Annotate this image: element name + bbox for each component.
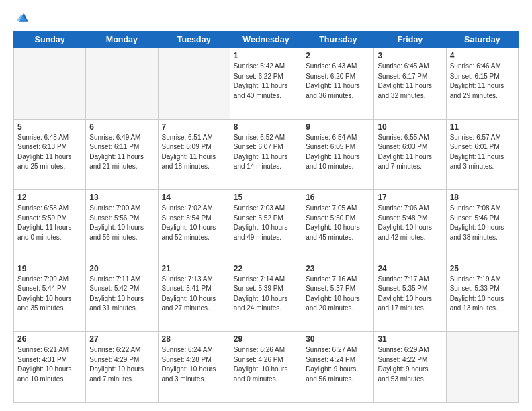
- cell-info: Sunrise: 6:48 AM Sunset: 6:13 PM Dayligh…: [17, 133, 82, 172]
- day-number: 17: [378, 193, 442, 202]
- calendar-cell: 31Sunrise: 6:29 AM Sunset: 4:22 PM Dayli…: [374, 332, 446, 403]
- cell-info: Sunrise: 7:03 AM Sunset: 5:52 PM Dayligh…: [234, 203, 298, 242]
- calendar-cell: 17Sunrise: 7:06 AM Sunset: 5:48 PM Dayli…: [374, 190, 446, 261]
- logo-icon: [15, 11, 28, 24]
- calendar-cell: 3Sunrise: 6:45 AM Sunset: 6:17 PM Daylig…: [374, 48, 446, 120]
- weekday-header-tuesday: Tuesday: [158, 32, 230, 48]
- cell-info: Sunrise: 7:14 AM Sunset: 5:39 PM Dayligh…: [234, 275, 298, 314]
- cell-info: Sunrise: 6:22 AM Sunset: 4:29 PM Dayligh…: [89, 345, 154, 384]
- day-number: 1: [234, 51, 298, 60]
- calendar-cell: 30Sunrise: 6:27 AM Sunset: 4:24 PM Dayli…: [302, 332, 374, 403]
- calendar-cell: 8Sunrise: 6:52 AM Sunset: 6:07 PM Daylig…: [230, 119, 302, 190]
- calendar-cell: 24Sunrise: 7:17 AM Sunset: 5:35 PM Dayli…: [374, 261, 446, 332]
- day-number: 9: [306, 122, 370, 132]
- weekday-header-saturday: Saturday: [446, 32, 518, 48]
- calendar-cell: 28Sunrise: 6:24 AM Sunset: 4:28 PM Dayli…: [158, 332, 230, 403]
- cell-info: Sunrise: 6:45 AM Sunset: 6:17 PM Dayligh…: [378, 62, 442, 101]
- day-number: 15: [234, 193, 298, 202]
- day-number: 22: [234, 264, 298, 273]
- cell-info: Sunrise: 6:52 AM Sunset: 6:07 PM Dayligh…: [234, 133, 298, 172]
- week-row-3: 12Sunrise: 6:58 AM Sunset: 5:59 PM Dayli…: [14, 190, 519, 261]
- cell-info: Sunrise: 6:24 AM Sunset: 4:28 PM Dayligh…: [162, 345, 226, 384]
- cell-info: Sunrise: 7:06 AM Sunset: 5:48 PM Dayligh…: [378, 203, 442, 242]
- week-row-4: 19Sunrise: 7:09 AM Sunset: 5:44 PM Dayli…: [14, 261, 519, 332]
- day-number: 10: [378, 122, 442, 132]
- calendar-cell: 7Sunrise: 6:51 AM Sunset: 6:09 PM Daylig…: [158, 119, 230, 190]
- weekday-header-monday: Monday: [86, 32, 158, 48]
- day-number: 24: [378, 264, 442, 273]
- cell-info: Sunrise: 6:26 AM Sunset: 4:26 PM Dayligh…: [234, 345, 298, 384]
- day-number: 29: [234, 334, 298, 344]
- calendar-cell: 25Sunrise: 7:19 AM Sunset: 5:33 PM Dayli…: [446, 261, 518, 332]
- weekday-header-thursday: Thursday: [302, 32, 374, 48]
- day-number: 11: [450, 122, 515, 132]
- cell-info: Sunrise: 7:09 AM Sunset: 5:44 PM Dayligh…: [17, 275, 82, 314]
- cell-info: Sunrise: 6:27 AM Sunset: 4:24 PM Dayligh…: [306, 345, 370, 384]
- cell-info: Sunrise: 7:05 AM Sunset: 5:50 PM Dayligh…: [306, 203, 370, 242]
- calendar-cell: 22Sunrise: 7:14 AM Sunset: 5:39 PM Dayli…: [230, 261, 302, 332]
- cell-info: Sunrise: 7:08 AM Sunset: 5:46 PM Dayligh…: [450, 203, 515, 242]
- calendar-cell: 1Sunrise: 6:42 AM Sunset: 6:22 PM Daylig…: [230, 48, 302, 120]
- calendar-cell: 18Sunrise: 7:08 AM Sunset: 5:46 PM Dayli…: [446, 190, 518, 261]
- day-number: 23: [306, 264, 370, 273]
- cell-info: Sunrise: 6:46 AM Sunset: 6:15 PM Dayligh…: [450, 62, 515, 101]
- cell-info: Sunrise: 7:00 AM Sunset: 5:56 PM Dayligh…: [89, 203, 154, 242]
- week-row-2: 5Sunrise: 6:48 AM Sunset: 6:13 PM Daylig…: [14, 119, 519, 190]
- cell-info: Sunrise: 6:42 AM Sunset: 6:22 PM Dayligh…: [234, 62, 298, 101]
- cell-info: Sunrise: 6:49 AM Sunset: 6:11 PM Dayligh…: [89, 133, 154, 172]
- calendar-cell: 9Sunrise: 6:54 AM Sunset: 6:05 PM Daylig…: [302, 119, 374, 190]
- weekday-header-friday: Friday: [374, 32, 446, 48]
- day-number: 13: [89, 193, 154, 202]
- cell-info: Sunrise: 6:21 AM Sunset: 4:31 PM Dayligh…: [17, 345, 82, 384]
- day-number: 18: [450, 193, 515, 202]
- calendar-cell: 19Sunrise: 7:09 AM Sunset: 5:44 PM Dayli…: [14, 261, 86, 332]
- day-number: 31: [378, 334, 442, 344]
- day-number: 28: [162, 334, 226, 344]
- cell-info: Sunrise: 7:11 AM Sunset: 5:42 PM Dayligh…: [89, 275, 154, 314]
- cell-info: Sunrise: 6:43 AM Sunset: 6:20 PM Dayligh…: [306, 62, 370, 101]
- header: [13, 11, 519, 24]
- calendar-cell: 4Sunrise: 6:46 AM Sunset: 6:15 PM Daylig…: [446, 48, 518, 120]
- calendar-cell: 11Sunrise: 6:57 AM Sunset: 6:01 PM Dayli…: [446, 119, 518, 190]
- day-number: 8: [234, 122, 298, 132]
- calendar-cell: 10Sunrise: 6:55 AM Sunset: 6:03 PM Dayli…: [374, 119, 446, 190]
- calendar-cell: 20Sunrise: 7:11 AM Sunset: 5:42 PM Dayli…: [86, 261, 158, 332]
- day-number: 5: [17, 122, 82, 132]
- calendar-cell: 29Sunrise: 6:26 AM Sunset: 4:26 PM Dayli…: [230, 332, 302, 403]
- cell-info: Sunrise: 6:29 AM Sunset: 4:22 PM Dayligh…: [378, 345, 442, 384]
- calendar-cell: 15Sunrise: 7:03 AM Sunset: 5:52 PM Dayli…: [230, 190, 302, 261]
- day-number: 27: [89, 334, 154, 344]
- calendar-cell: 12Sunrise: 6:58 AM Sunset: 5:59 PM Dayli…: [14, 190, 86, 261]
- day-number: 19: [17, 264, 82, 273]
- page: SundayMondayTuesdayWednesdayThursdayFrid…: [0, 0, 532, 411]
- day-number: 3: [378, 51, 442, 60]
- week-row-5: 26Sunrise: 6:21 AM Sunset: 4:31 PM Dayli…: [14, 332, 519, 403]
- weekday-header-sunday: Sunday: [14, 32, 86, 48]
- day-number: 16: [306, 193, 370, 202]
- cell-info: Sunrise: 6:57 AM Sunset: 6:01 PM Dayligh…: [450, 133, 515, 172]
- day-number: 14: [162, 193, 226, 202]
- cell-info: Sunrise: 6:55 AM Sunset: 6:03 PM Dayligh…: [378, 133, 442, 172]
- week-row-1: 1Sunrise: 6:42 AM Sunset: 6:22 PM Daylig…: [14, 48, 519, 120]
- calendar-cell: [14, 48, 86, 120]
- day-number: 25: [450, 264, 515, 273]
- day-number: 21: [162, 264, 226, 273]
- calendar-cell: 16Sunrise: 7:05 AM Sunset: 5:50 PM Dayli…: [302, 190, 374, 261]
- logo: [13, 11, 28, 24]
- calendar-cell: 23Sunrise: 7:16 AM Sunset: 5:37 PM Dayli…: [302, 261, 374, 332]
- calendar-cell: 2Sunrise: 6:43 AM Sunset: 6:20 PM Daylig…: [302, 48, 374, 120]
- calendar-cell: 13Sunrise: 7:00 AM Sunset: 5:56 PM Dayli…: [86, 190, 158, 261]
- day-number: 4: [450, 51, 515, 60]
- calendar-cell: 14Sunrise: 7:02 AM Sunset: 5:54 PM Dayli…: [158, 190, 230, 261]
- weekday-header-wednesday: Wednesday: [230, 32, 302, 48]
- cell-info: Sunrise: 6:54 AM Sunset: 6:05 PM Dayligh…: [306, 133, 370, 172]
- cell-info: Sunrise: 6:51 AM Sunset: 6:09 PM Dayligh…: [162, 133, 226, 172]
- calendar-cell: [86, 48, 158, 120]
- cell-info: Sunrise: 7:17 AM Sunset: 5:35 PM Dayligh…: [378, 275, 442, 314]
- calendar-table: SundayMondayTuesdayWednesdayThursdayFrid…: [13, 31, 519, 403]
- calendar-cell: 21Sunrise: 7:13 AM Sunset: 5:41 PM Dayli…: [158, 261, 230, 332]
- cell-info: Sunrise: 7:16 AM Sunset: 5:37 PM Dayligh…: [306, 275, 370, 314]
- cell-info: Sunrise: 7:02 AM Sunset: 5:54 PM Dayligh…: [162, 203, 226, 242]
- day-number: 30: [306, 334, 370, 344]
- calendar-cell: [446, 332, 518, 403]
